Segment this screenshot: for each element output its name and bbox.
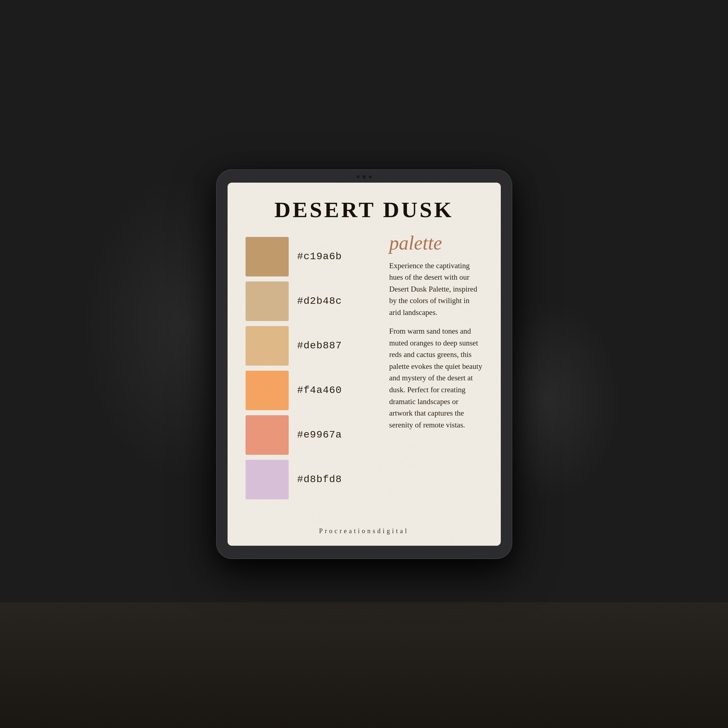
swatch-row-6: #d8bfd8 [246, 460, 382, 499]
swatch-row-1: #c19a6b [246, 237, 382, 277]
main-layout: #c19a6b #d2b48c #deb887 #f4a460 [246, 233, 483, 522]
swatch-hex-6: #d8bfd8 [297, 474, 342, 485]
swatch-row-3: #deb887 [246, 326, 382, 366]
screen-content: DESERT DUSK #c19a6b #d2b48c #deb887 [246, 197, 483, 535]
swatch-color-4 [246, 371, 289, 410]
ipad-frame: DESERT DUSK #c19a6b #d2b48c #deb887 [217, 170, 512, 558]
ipad-screen: DESERT DUSK #c19a6b #d2b48c #deb887 [228, 183, 501, 546]
palette-script-text: palette [389, 233, 483, 253]
sensor-camera [362, 175, 366, 179]
swatch-hex-5: #e9967a [297, 429, 342, 440]
swatches-section: #c19a6b #d2b48c #deb887 #f4a460 [246, 233, 382, 522]
swatch-color-2 [246, 281, 289, 321]
swatch-color-6 [246, 460, 289, 499]
swatch-hex-3: #deb887 [297, 340, 342, 351]
swatch-hex-4: #f4a460 [297, 385, 342, 396]
sensor-dot-1 [356, 176, 359, 178]
swatch-hex-2: #d2b48c [297, 295, 342, 307]
sensor-dot-2 [369, 176, 372, 178]
swatch-color-5 [246, 415, 289, 455]
swatch-color-1 [246, 237, 289, 277]
swatch-row-2: #d2b48c [246, 281, 382, 321]
ipad-sensors [356, 175, 372, 179]
page-title: DESERT DUSK [274, 197, 454, 223]
swatch-color-3 [246, 326, 289, 366]
description-paragraph-2: From warm sand tones and muted oranges t… [389, 325, 483, 431]
swatch-hex-1: #c19a6b [297, 251, 342, 262]
swatch-row-5: #e9967a [246, 415, 382, 455]
description-section: palette Experience the captivating hues … [382, 233, 483, 522]
description-paragraph-1: Experience the captivating hues of the d… [389, 260, 483, 318]
swatch-row-4: #f4a460 [246, 371, 382, 410]
footer-brand: Procreationsdigital [319, 522, 409, 535]
table-surface [0, 602, 728, 728]
